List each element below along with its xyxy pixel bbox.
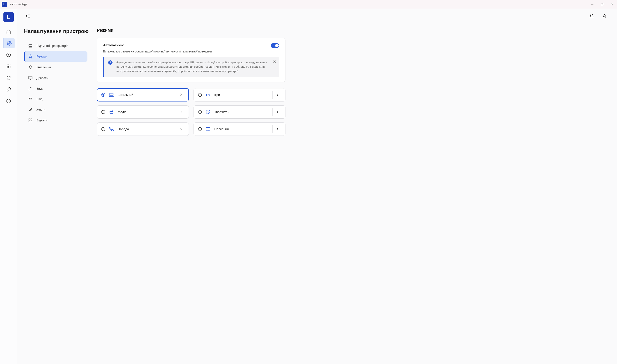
- subnav-label: Живлення: [36, 65, 51, 69]
- app-logo-small: L: [2, 2, 7, 7]
- rail-device-settings[interactable]: [3, 38, 15, 48]
- mode-label: Ігри: [214, 93, 268, 97]
- subnav-icon: [28, 107, 33, 112]
- svg-point-38: [31, 121, 32, 122]
- subnav-item-0[interactable]: Відомості про пристрій: [24, 41, 87, 51]
- svg-point-53: [209, 111, 209, 111]
- close-icon: [273, 60, 276, 63]
- chevron-right-icon: [276, 128, 279, 130]
- subnav-icon: [28, 76, 33, 80]
- titlebar: L Lenovo Vantage: [0, 0, 617, 9]
- tools-icon: [6, 87, 11, 92]
- palette-icon: [206, 110, 211, 114]
- mode-card-palette[interactable]: Творчість: [194, 105, 285, 119]
- info-icon: i: [108, 60, 112, 65]
- svg-rect-35: [29, 119, 30, 120]
- minimize-button[interactable]: [587, 0, 597, 9]
- svg-point-51: [207, 112, 207, 112]
- svg-rect-10: [8, 66, 9, 66]
- mode-expand[interactable]: [176, 108, 186, 116]
- mode-label: Медіа: [118, 110, 172, 114]
- subnav-icon: [28, 54, 33, 59]
- mode-card-gamepad[interactable]: Ігри: [194, 88, 285, 102]
- help-icon: [6, 99, 11, 104]
- svg-rect-21: [29, 45, 32, 47]
- chevron-right-icon: [180, 110, 182, 114]
- subnav-item-5[interactable]: Ввід: [24, 94, 87, 104]
- close-button[interactable]: [607, 0, 617, 9]
- mode-expand[interactable]: [272, 91, 282, 99]
- mode-grid: ЗагальнийІгриМедіаТворчістьНарадаНавчанн…: [97, 88, 285, 136]
- subnav-item-1[interactable]: Режими: [24, 52, 87, 62]
- subnav-label: Жести: [36, 108, 45, 111]
- book-icon: [206, 127, 211, 131]
- mode-card-laptop[interactable]: Загальний: [97, 88, 189, 102]
- mode-radio[interactable]: [198, 110, 202, 114]
- phone-icon: [109, 127, 114, 131]
- chevron-right-icon: [276, 110, 279, 114]
- mode-radio[interactable]: [101, 127, 105, 131]
- rail-downloads[interactable]: [2, 50, 14, 60]
- mode-radio[interactable]: [198, 93, 202, 97]
- mode-card-book[interactable]: Навчання: [194, 122, 285, 136]
- svg-point-4: [9, 43, 10, 44]
- account-button[interactable]: [601, 12, 608, 20]
- subnav-icon: [28, 118, 33, 122]
- mode-expand[interactable]: [176, 91, 186, 99]
- shield-icon: [6, 76, 11, 80]
- auto-toggle[interactable]: [271, 43, 279, 48]
- svg-rect-48: [110, 112, 113, 114]
- app-logo[interactable]: L: [3, 12, 14, 22]
- svg-rect-8: [10, 65, 10, 65]
- subnav-icon: [28, 65, 33, 69]
- info-text: Функція автоматичного вибору сценарію ви…: [116, 60, 276, 73]
- subnav-item-7[interactable]: Віджети: [24, 115, 87, 126]
- rail-apps[interactable]: [2, 61, 14, 72]
- subnav-label: Звук: [36, 87, 43, 90]
- subnav-item-2[interactable]: Живлення: [24, 62, 87, 72]
- window-controls: [587, 0, 617, 9]
- info-banner: i Функція автоматичного вибору сценарію …: [103, 57, 279, 77]
- notifications-button[interactable]: [588, 12, 596, 20]
- subnav-item-4[interactable]: Звук: [24, 83, 87, 94]
- chevron-right-icon: [276, 93, 279, 96]
- mode-expand[interactable]: [272, 108, 282, 116]
- topbar: [17, 9, 617, 24]
- mode-label: Нарада: [118, 127, 172, 131]
- window-title: Lenovo Vantage: [9, 3, 27, 6]
- mode-label: Творчість: [214, 110, 268, 114]
- subnav-item-6[interactable]: Жести: [24, 104, 87, 115]
- svg-rect-7: [8, 65, 9, 65]
- subnav-item-3[interactable]: Дисплей: [24, 73, 87, 83]
- subnav-icon: [28, 87, 33, 91]
- auto-desc: Встановлює режим на основі вашої поточно…: [103, 50, 279, 53]
- rail-tools[interactable]: [2, 84, 14, 95]
- svg-rect-25: [29, 77, 32, 79]
- subnav-icon: [28, 44, 33, 48]
- rail-security[interactable]: [2, 73, 14, 83]
- mode-radio[interactable]: [101, 110, 105, 114]
- svg-point-20: [604, 14, 605, 16]
- svg-rect-37: [29, 121, 30, 122]
- mode-expand[interactable]: [176, 125, 186, 133]
- rail-home[interactable]: [2, 26, 14, 37]
- mode-card-clapper[interactable]: Медіа: [97, 105, 189, 119]
- svg-point-34: [30, 110, 31, 110]
- svg-marker-23: [29, 55, 32, 58]
- mode-card-phone[interactable]: Нарада: [97, 122, 189, 136]
- svg-rect-11: [10, 66, 10, 66]
- menu-toggle[interactable]: [24, 13, 32, 20]
- mode-radio[interactable]: [101, 93, 105, 97]
- banner-close[interactable]: [272, 60, 277, 64]
- rail-help[interactable]: [2, 96, 14, 106]
- svg-point-27: [29, 89, 30, 90]
- main-panel: Режими Автоматично Встановлює режим на о…: [90, 24, 296, 364]
- svg-rect-12: [7, 67, 7, 68]
- subnav-label: Відомості про пристрій: [36, 44, 68, 48]
- auto-title: Автоматично: [103, 43, 124, 47]
- mode-expand[interactable]: [272, 125, 282, 133]
- svg-rect-28: [29, 98, 32, 100]
- mode-radio[interactable]: [198, 127, 202, 131]
- svg-rect-13: [8, 67, 9, 68]
- maximize-button[interactable]: [597, 0, 607, 9]
